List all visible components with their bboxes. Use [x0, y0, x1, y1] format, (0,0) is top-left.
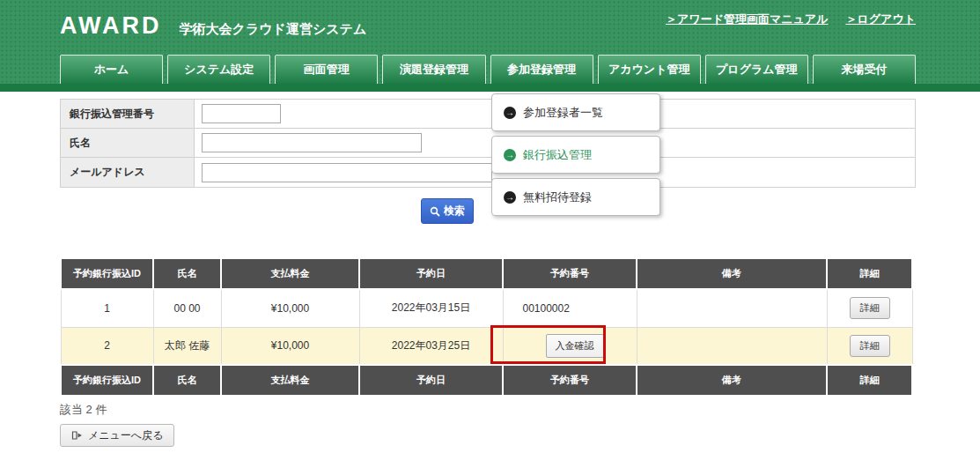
- tab-participation-registration[interactable]: 参加登録管理: [490, 55, 593, 84]
- main-nav: ホーム システム設定 画面管理 演題登録管理 参加登録管理 アカウント管理 プロ…: [60, 55, 916, 84]
- email-input[interactable]: [202, 163, 492, 182]
- name-input[interactable]: [202, 133, 422, 152]
- menu-item-participant-list[interactable]: → 参加登録者一覧: [491, 93, 660, 131]
- col-footer-detail: 詳細: [827, 365, 912, 396]
- cell-date: 2022年03月15日: [359, 289, 503, 327]
- col-header-detail: 詳細: [827, 258, 912, 289]
- participation-registration-dropdown: → 参加登録者一覧 → 銀行振込管理 → 無料招待登録: [491, 93, 660, 220]
- col-footer-reservation-date: 予約日: [359, 365, 503, 396]
- cell-date: 2022年03月25日: [359, 327, 503, 365]
- col-footer-reservation-bank-transfer-id: 予約銀行振込ID: [61, 365, 153, 396]
- col-header-payment-fee: 支払料金: [221, 258, 359, 289]
- tab-program-management[interactable]: プログラム管理: [705, 55, 808, 84]
- tab-system-settings[interactable]: システム設定: [167, 55, 270, 84]
- search-button-label: 検索: [444, 204, 465, 219]
- logout-link[interactable]: ＞ログアウト: [845, 11, 916, 27]
- result-count: 該当 2 件: [60, 402, 107, 418]
- detail-button[interactable]: 詳細: [850, 335, 890, 357]
- tab-abstract-registration[interactable]: 演題登録管理: [382, 55, 485, 84]
- cell-fee: ¥10,000: [221, 327, 359, 365]
- menu-item-label: 参加登録者一覧: [523, 105, 603, 121]
- cell-remarks: [637, 289, 827, 327]
- menu-item-label: 銀行振込管理: [523, 147, 592, 163]
- col-footer-reservation-number: 予約番号: [503, 365, 637, 396]
- menu-item-bank-transfer-management[interactable]: → 銀行振込管理: [491, 136, 660, 174]
- email-label: メールアドレス: [61, 158, 195, 187]
- cell-id: 2: [61, 327, 153, 365]
- form-row-bank-transfer-number: 銀行振込管理番号: [61, 100, 915, 129]
- col-footer-remarks: 備考: [637, 365, 827, 396]
- detail-button[interactable]: 詳細: [850, 297, 890, 319]
- tab-screen-management[interactable]: 画面管理: [275, 55, 378, 84]
- bank-transfer-management-page: AWARD 学術大会クラウド運営システム ＞アワード管理画面マニュアル ＞ログア…: [0, 0, 980, 453]
- arrow-circle-icon: →: [504, 149, 516, 161]
- search-button[interactable]: 検索: [421, 198, 474, 224]
- cell-name: 太郎 佐藤: [153, 327, 221, 365]
- bank-transfer-number-label: 銀行振込管理番号: [61, 100, 195, 128]
- cell-name: 00 00: [153, 289, 221, 327]
- name-label: 氏名: [61, 129, 195, 157]
- header-links: ＞アワード管理画面マニュアル ＞ログアウト: [666, 11, 916, 27]
- col-header-reservation-number: 予約番号: [503, 258, 637, 289]
- tab-home[interactable]: ホーム: [60, 55, 163, 84]
- payment-confirm-button[interactable]: 入金確認: [546, 334, 604, 358]
- tab-account-management[interactable]: アカウント管理: [598, 55, 701, 84]
- col-header-reservation-bank-transfer-id: 予約銀行振込ID: [61, 258, 153, 289]
- manual-link[interactable]: ＞アワード管理画面マニュアル: [666, 11, 828, 27]
- page-header: AWARD 学術大会クラウド運営システム ＞アワード管理画面マニュアル ＞ログア…: [0, 0, 980, 92]
- form-row-name: 氏名: [61, 129, 915, 158]
- table-row: 2 太郎 佐藤 ¥10,000 2022年03月25日 入金確認 詳細: [61, 327, 912, 365]
- form-row-email: メールアドレス: [61, 158, 915, 187]
- arrow-circle-icon: →: [504, 191, 516, 204]
- table-header-row: 予約銀行振込ID 氏名 支払料金 予約日 予約番号 備考 詳細: [61, 258, 912, 289]
- table-footer-row: 予約銀行振込ID 氏名 支払料金 予約日 予約番号 備考 詳細: [61, 365, 912, 396]
- col-header-reservation-date: 予約日: [359, 258, 503, 289]
- cell-remarks: [637, 327, 827, 365]
- system-title: 学術大会クラウド運営システム: [180, 21, 367, 38]
- search-form: 銀行振込管理番号 氏名 メールアドレス: [60, 99, 916, 188]
- return-to-menu-icon: [71, 430, 83, 441]
- tab-visitor-reception[interactable]: 来場受付: [813, 55, 916, 84]
- logo-row: AWARD 学術大会クラウド運営システム: [60, 12, 366, 40]
- back-to-menu-button[interactable]: メニューへ戻る: [60, 424, 174, 447]
- back-button-label: メニューへ戻る: [88, 428, 163, 443]
- col-header-name: 氏名: [153, 258, 221, 289]
- nav-bottom-strip: [0, 84, 980, 92]
- menu-item-label: 無料招待登録: [523, 189, 592, 205]
- search-icon: [430, 206, 440, 217]
- arrow-circle-icon: →: [504, 107, 516, 119]
- cell-id: 1: [61, 289, 153, 327]
- menu-item-free-invitation-registration[interactable]: → 無料招待登録: [491, 178, 660, 216]
- bank-transfer-table: 予約銀行振込ID 氏名 支払料金 予約日 予約番号 備考 詳細 1 00 00 …: [60, 257, 913, 397]
- bank-transfer-number-input[interactable]: [202, 104, 281, 123]
- col-footer-name: 氏名: [153, 365, 221, 396]
- cell-reservation-number: 00100002: [503, 289, 637, 327]
- table-row: 1 00 00 ¥10,000 2022年03月15日 00100002 詳細: [61, 289, 912, 327]
- award-logo: AWARD: [60, 12, 162, 40]
- cell-fee: ¥10,000: [221, 289, 359, 327]
- col-footer-payment-fee: 支払料金: [221, 365, 359, 396]
- col-header-remarks: 備考: [637, 258, 827, 289]
